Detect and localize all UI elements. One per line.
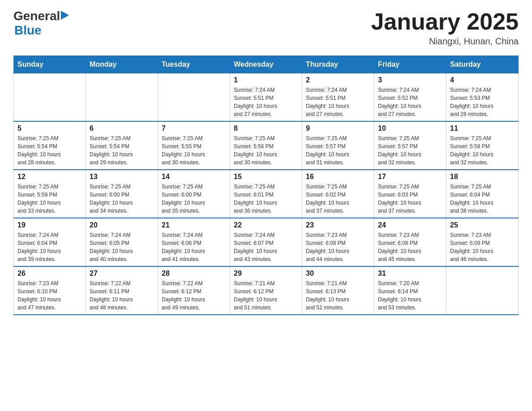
table-row: 11Sunrise: 7:25 AM Sunset: 5:58 PM Dayli…	[446, 121, 519, 170]
col-sunday: Sunday	[14, 56, 86, 73]
day-number: 12	[17, 173, 82, 181]
day-number: 29	[234, 270, 298, 278]
day-info: Sunrise: 7:25 AM Sunset: 6:03 PM Dayligh…	[378, 183, 442, 215]
month-title: January 2025	[371, 9, 519, 34]
day-info: Sunrise: 7:24 AM Sunset: 5:51 PM Dayligh…	[306, 86, 370, 118]
day-number: 19	[17, 221, 82, 229]
day-info: Sunrise: 7:25 AM Sunset: 6:04 PM Dayligh…	[450, 183, 515, 215]
day-info: Sunrise: 7:25 AM Sunset: 5:59 PM Dayligh…	[17, 183, 82, 215]
calendar-week-row: 12Sunrise: 7:25 AM Sunset: 5:59 PM Dayli…	[14, 170, 519, 218]
day-info: Sunrise: 7:24 AM Sunset: 6:04 PM Dayligh…	[17, 231, 82, 263]
day-info: Sunrise: 7:25 AM Sunset: 5:56 PM Dayligh…	[234, 134, 298, 167]
day-info: Sunrise: 7:24 AM Sunset: 5:51 PM Dayligh…	[234, 86, 298, 118]
table-row: 15Sunrise: 7:25 AM Sunset: 6:01 PM Dayli…	[230, 170, 302, 218]
day-number: 14	[162, 173, 226, 181]
day-info: Sunrise: 7:21 AM Sunset: 6:13 PM Dayligh…	[306, 279, 370, 312]
day-info: Sunrise: 7:25 AM Sunset: 6:00 PM Dayligh…	[162, 183, 226, 215]
table-row: 6Sunrise: 7:25 AM Sunset: 5:54 PM Daylig…	[86, 121, 158, 170]
day-info: Sunrise: 7:25 AM Sunset: 5:58 PM Dayligh…	[450, 134, 515, 167]
day-number: 20	[90, 221, 154, 229]
day-number: 21	[162, 221, 226, 229]
day-number: 1	[234, 76, 298, 84]
page-header: General Blue January 2025 Niangxi, Hunan…	[13, 9, 519, 47]
day-number: 10	[378, 124, 442, 133]
logo: General Blue	[13, 9, 69, 38]
day-number: 17	[378, 173, 442, 181]
day-number: 11	[450, 124, 515, 133]
table-row: 24Sunrise: 7:23 AM Sunset: 6:08 PM Dayli…	[374, 218, 446, 266]
day-number: 8	[234, 124, 298, 133]
day-number: 2	[306, 76, 370, 84]
table-row: 26Sunrise: 7:23 AM Sunset: 6:10 PM Dayli…	[14, 266, 86, 315]
table-row: 3Sunrise: 7:24 AM Sunset: 5:52 PM Daylig…	[374, 73, 446, 122]
table-row: 10Sunrise: 7:25 AM Sunset: 5:57 PM Dayli…	[374, 121, 446, 170]
table-row: 27Sunrise: 7:22 AM Sunset: 6:11 PM Dayli…	[86, 266, 158, 315]
calendar-week-row: 26Sunrise: 7:23 AM Sunset: 6:10 PM Dayli…	[14, 266, 519, 315]
day-info: Sunrise: 7:23 AM Sunset: 6:09 PM Dayligh…	[450, 231, 515, 263]
day-number: 27	[90, 270, 154, 278]
calendar-week-row: 1Sunrise: 7:24 AM Sunset: 5:51 PM Daylig…	[14, 73, 519, 122]
day-number: 30	[306, 270, 370, 278]
day-info: Sunrise: 7:24 AM Sunset: 6:06 PM Dayligh…	[162, 231, 226, 263]
logo-general-text: General	[13, 9, 60, 23]
table-row: 7Sunrise: 7:25 AM Sunset: 5:55 PM Daylig…	[158, 121, 230, 170]
table-row: 18Sunrise: 7:25 AM Sunset: 6:04 PM Dayli…	[446, 170, 519, 218]
day-number: 24	[378, 221, 442, 229]
logo-blue-text: Blue	[14, 23, 42, 37]
col-wednesday: Wednesday	[230, 56, 302, 73]
location: Niangxi, Hunan, China	[371, 36, 519, 47]
calendar-week-row: 5Sunrise: 7:25 AM Sunset: 5:54 PM Daylig…	[14, 121, 519, 170]
day-info: Sunrise: 7:25 AM Sunset: 6:00 PM Dayligh…	[90, 183, 154, 215]
table-row: 22Sunrise: 7:24 AM Sunset: 6:07 PM Dayli…	[230, 218, 302, 266]
day-number: 22	[234, 221, 298, 229]
table-row: 28Sunrise: 7:22 AM Sunset: 6:12 PM Dayli…	[158, 266, 230, 315]
table-row: 9Sunrise: 7:25 AM Sunset: 5:57 PM Daylig…	[302, 121, 374, 170]
day-number: 9	[306, 124, 370, 133]
table-row: 14Sunrise: 7:25 AM Sunset: 6:00 PM Dayli…	[158, 170, 230, 218]
day-info: Sunrise: 7:25 AM Sunset: 5:57 PM Dayligh…	[306, 134, 370, 167]
day-info: Sunrise: 7:22 AM Sunset: 6:12 PM Dayligh…	[162, 279, 226, 312]
svg-marker-0	[61, 11, 69, 20]
table-row: 4Sunrise: 7:24 AM Sunset: 5:53 PM Daylig…	[446, 73, 519, 122]
col-tuesday: Tuesday	[158, 56, 230, 73]
day-info: Sunrise: 7:22 AM Sunset: 6:11 PM Dayligh…	[90, 279, 154, 312]
table-row: 31Sunrise: 7:20 AM Sunset: 6:14 PM Dayli…	[374, 266, 446, 315]
table-row: 2Sunrise: 7:24 AM Sunset: 5:51 PM Daylig…	[302, 73, 374, 122]
day-info: Sunrise: 7:24 AM Sunset: 5:52 PM Dayligh…	[378, 86, 442, 118]
table-row: 12Sunrise: 7:25 AM Sunset: 5:59 PM Dayli…	[14, 170, 86, 218]
table-row: 25Sunrise: 7:23 AM Sunset: 6:09 PM Dayli…	[446, 218, 519, 266]
day-info: Sunrise: 7:24 AM Sunset: 5:53 PM Dayligh…	[450, 86, 515, 118]
day-info: Sunrise: 7:23 AM Sunset: 6:08 PM Dayligh…	[378, 231, 442, 263]
table-row: 13Sunrise: 7:25 AM Sunset: 6:00 PM Dayli…	[86, 170, 158, 218]
table-row: 21Sunrise: 7:24 AM Sunset: 6:06 PM Dayli…	[158, 218, 230, 266]
day-number: 13	[90, 173, 154, 181]
calendar-week-row: 19Sunrise: 7:24 AM Sunset: 6:04 PM Dayli…	[14, 218, 519, 266]
day-number: 16	[306, 173, 370, 181]
table-row: 20Sunrise: 7:24 AM Sunset: 6:05 PM Dayli…	[86, 218, 158, 266]
day-number: 5	[17, 124, 82, 133]
col-monday: Monday	[86, 56, 158, 73]
title-block: January 2025 Niangxi, Hunan, China	[371, 9, 519, 47]
day-info: Sunrise: 7:25 AM Sunset: 6:01 PM Dayligh…	[234, 183, 298, 215]
day-info: Sunrise: 7:20 AM Sunset: 6:14 PM Dayligh…	[378, 279, 442, 312]
day-info: Sunrise: 7:25 AM Sunset: 5:55 PM Dayligh…	[162, 134, 226, 167]
day-info: Sunrise: 7:25 AM Sunset: 5:54 PM Dayligh…	[90, 134, 154, 167]
col-thursday: Thursday	[302, 56, 374, 73]
table-row: 17Sunrise: 7:25 AM Sunset: 6:03 PM Dayli…	[374, 170, 446, 218]
table-row: 29Sunrise: 7:21 AM Sunset: 6:12 PM Dayli…	[230, 266, 302, 315]
day-number: 7	[162, 124, 226, 133]
day-info: Sunrise: 7:25 AM Sunset: 5:57 PM Dayligh…	[378, 134, 442, 167]
col-friday: Friday	[374, 56, 446, 73]
day-info: Sunrise: 7:24 AM Sunset: 6:05 PM Dayligh…	[90, 231, 154, 263]
day-number: 23	[306, 221, 370, 229]
calendar-table: Sunday Monday Tuesday Wednesday Thursday…	[13, 56, 519, 315]
day-number: 25	[450, 221, 515, 229]
table-row: 19Sunrise: 7:24 AM Sunset: 6:04 PM Dayli…	[14, 218, 86, 266]
col-saturday: Saturday	[446, 56, 519, 73]
day-number: 6	[90, 124, 154, 133]
logo-arrow-icon	[61, 11, 69, 21]
table-row: 1Sunrise: 7:24 AM Sunset: 5:51 PM Daylig…	[230, 73, 302, 122]
table-row	[86, 73, 158, 122]
day-info: Sunrise: 7:25 AM Sunset: 5:54 PM Dayligh…	[17, 134, 82, 167]
day-info: Sunrise: 7:21 AM Sunset: 6:12 PM Dayligh…	[234, 279, 298, 312]
